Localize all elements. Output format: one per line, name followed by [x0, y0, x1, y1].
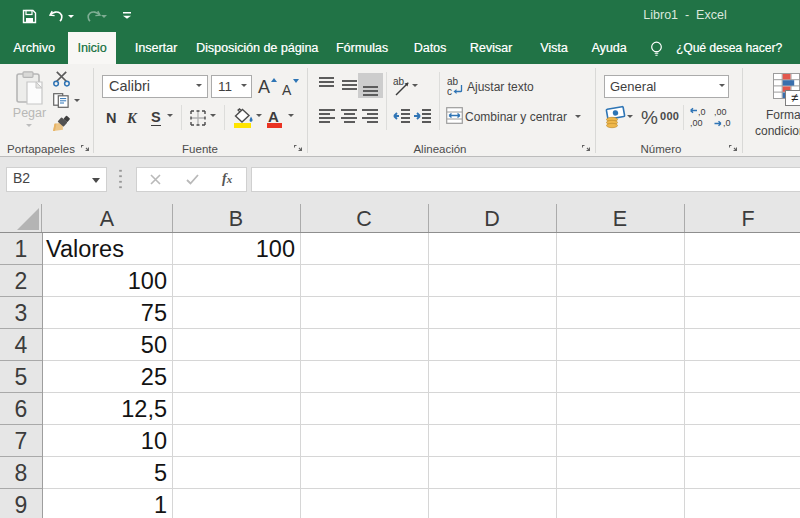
svg-text:ab: ab — [393, 76, 405, 87]
svg-text:,0: ,0 — [698, 107, 706, 117]
svg-text:,00: ,00 — [714, 107, 727, 117]
svg-text:,00: ,00 — [690, 118, 703, 128]
svg-text:c: c — [447, 86, 452, 96]
svg-text:,0: ,0 — [723, 118, 731, 128]
